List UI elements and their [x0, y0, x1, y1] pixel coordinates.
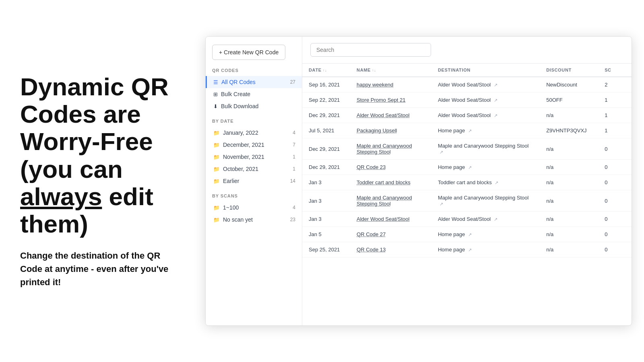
sidebar: + Create New QR Code QR CODES ☰ All QR C… [206, 37, 302, 325]
cell-discount: n/a [540, 242, 598, 257]
sidebar-item-no-scan[interactable]: 📁 No scan yet 23 [206, 214, 302, 226]
cell-discount: n/a [540, 175, 598, 190]
col-header-name[interactable]: NAME↑↓ [350, 64, 431, 77]
cell-date: Dec 29, 2021 [302, 108, 350, 123]
list-icon: ☰ [213, 79, 218, 85]
cell-destination: Home page ↗ [431, 242, 540, 257]
cell-name[interactable]: QR Code 23 [350, 160, 431, 175]
bulk-create-icon: ⊞ [213, 91, 218, 97]
sidebar-item-1-100[interactable]: 📁 1~100 4 [206, 202, 302, 214]
right-panel: + Create New QR Code QR CODES ☰ All QR C… [193, 0, 644, 362]
cell-discount: n/a [540, 138, 598, 160]
cell-discount: n/a [540, 108, 598, 123]
folder-icon: 📁 [213, 130, 220, 136]
table-row: Jul 5, 2021 Packaging Upsell Home page ↗… [302, 123, 632, 138]
cell-name[interactable]: QR Code 13 [350, 242, 431, 257]
table-row: Sep 25, 2021 QR Code 13 Home page ↗ n/a … [302, 242, 632, 257]
bulk-download-icon: ⬇ [213, 103, 218, 109]
table-row: Sep 22, 2021 Store Promo Sept 21 Alder W… [302, 93, 632, 108]
sidebar-section-by-scans: BY SCANS 📁 1~100 4 📁 No scan yet 23 [206, 193, 302, 226]
table-row: Jan 3 Maple and Canarywood Stepping Stoo… [302, 190, 632, 212]
cell-discount: n/a [540, 160, 598, 175]
left-panel: Dynamic QR Codes are Worry-Free (you can… [0, 49, 193, 313]
table-row: Dec 29, 2021 Alder Wood Seat/Stool Alder… [302, 108, 632, 123]
cell-scans: 0 [598, 227, 632, 242]
cell-discount: n/a [540, 212, 598, 227]
cell-discount: 50OFF [540, 93, 598, 108]
cell-name[interactable]: QR Code 27 [350, 227, 431, 242]
sidebar-item-nov-2021[interactable]: 📁 November, 2021 1 [206, 151, 302, 163]
cell-name[interactable]: Maple and Canarywood Stepping Stool [350, 190, 431, 212]
cell-date: Sep 16, 2021 [302, 77, 350, 93]
table-row: Dec 29, 2021 Maple and Canarywood Steppi… [302, 138, 632, 160]
cell-destination: Toddler cart and blocks ↗ [431, 175, 540, 190]
cell-date: Dec 29, 2021 [302, 138, 350, 160]
sidebar-item-bulk-download[interactable]: ⬇ Bulk Download [206, 100, 302, 112]
cell-destination: Home page ↗ [431, 160, 540, 175]
cell-destination: Alder Wood Seat/Stool ↗ [431, 212, 540, 227]
sidebar-section-by-date: BY DATE 📁 January, 2022 4 📁 December, 20… [206, 119, 302, 187]
cell-scans: 0 [598, 242, 632, 257]
cell-scans: 1 [598, 93, 632, 108]
cell-name[interactable]: Store Promo Sept 21 [350, 93, 431, 108]
sidebar-section-qrcodes-title: QR CODES [206, 68, 302, 76]
cell-scans: 0 [598, 190, 632, 212]
cell-name[interactable]: Maple and Canarywood Stepping Stool [350, 138, 431, 160]
cell-destination: Alder Wood Seat/Stool ↗ [431, 108, 540, 123]
folder-icon: 📁 [213, 178, 220, 184]
sidebar-section-qrcodes: QR CODES ☰ All QR Codes 27 ⊞ Bulk Create [206, 68, 302, 112]
cell-date: Dec 29, 2021 [302, 160, 350, 175]
sidebar-item-bulk-create[interactable]: ⊞ Bulk Create [206, 88, 302, 100]
create-qr-button[interactable]: + Create New QR Code [212, 45, 285, 60]
folder-icon: 📁 [213, 166, 220, 172]
sidebar-item-jan-2022[interactable]: 📁 January, 2022 4 [206, 127, 302, 139]
cell-date: Jan 5 [302, 227, 350, 242]
hero-subtitle: Change the destination of the QR Code at… [20, 249, 173, 289]
table-row: Sep 16, 2021 happy weekend Alder Wood Se… [302, 77, 632, 93]
col-header-discount[interactable]: DISCOUNT [540, 64, 598, 77]
search-bar-container [302, 37, 632, 64]
cell-discount: n/a [540, 227, 598, 242]
cell-discount: n/a [540, 190, 598, 212]
table-row: Jan 3 Alder Wood Seat/Stool Alder Wood S… [302, 212, 632, 227]
search-input[interactable] [310, 43, 431, 57]
cell-scans: 0 [598, 175, 632, 190]
cell-destination: Maple and Canarywood Stepping Stool ↗ [431, 190, 540, 212]
hero-title: Dynamic QR Codes are Worry-Free (you can… [20, 73, 173, 238]
cell-scans: 1 [598, 123, 632, 138]
cell-name[interactable]: Toddler cart and blocks [350, 175, 431, 190]
all-qr-count: 27 [290, 79, 295, 85]
cell-scans: 2 [598, 77, 632, 93]
cell-destination: Home page ↗ [431, 123, 540, 138]
cell-scans: 1 [598, 108, 632, 123]
sidebar-item-all-qr[interactable]: ☰ All QR Codes 27 [206, 76, 302, 88]
cell-name[interactable]: happy weekend [350, 77, 431, 93]
sidebar-item-oct-2021[interactable]: 📁 October, 2021 1 [206, 163, 302, 175]
cell-scans: 0 [598, 138, 632, 160]
col-header-scans[interactable]: SC [598, 64, 632, 77]
table-row: Jan 3 Toddler cart and blocks Toddler ca… [302, 175, 632, 190]
folder-icon: 📁 [213, 205, 220, 211]
folder-icon: 📁 [213, 154, 220, 160]
cell-name[interactable]: Packaging Upsell [350, 123, 431, 138]
folder-icon: 📁 [213, 142, 220, 148]
cell-date: Jan 3 [302, 190, 350, 212]
cell-date: Jan 3 [302, 175, 350, 190]
cell-date: Jan 3 [302, 212, 350, 227]
table-container: DATE↑↓ NAME↑↓ DESTINATION DISCOUNT [302, 64, 632, 325]
cell-destination: Home page ↗ [431, 227, 540, 242]
cell-name[interactable]: Alder Wood Seat/Stool [350, 108, 431, 123]
cell-destination: Alder Wood Seat/Stool ↗ [431, 93, 540, 108]
col-header-destination[interactable]: DESTINATION [431, 64, 540, 77]
cell-scans: 0 [598, 212, 632, 227]
cell-name[interactable]: Alder Wood Seat/Stool [350, 212, 431, 227]
sidebar-item-dec-2021[interactable]: 📁 December, 2021 7 [206, 139, 302, 151]
main-content: DATE↑↓ NAME↑↓ DESTINATION DISCOUNT [302, 37, 632, 325]
sidebar-section-date-title: BY DATE [206, 119, 302, 127]
cell-destination: Alder Wood Seat/Stool ↗ [431, 77, 540, 93]
table-row: Jan 5 QR Code 27 Home page ↗ n/a 0 [302, 227, 632, 242]
cell-date: Sep 25, 2021 [302, 242, 350, 257]
sidebar-item-earlier[interactable]: 📁 Earlier 14 [206, 175, 302, 187]
col-header-date[interactable]: DATE↑↓ [302, 64, 350, 77]
sidebar-section-scans-title: BY SCANS [206, 193, 302, 202]
